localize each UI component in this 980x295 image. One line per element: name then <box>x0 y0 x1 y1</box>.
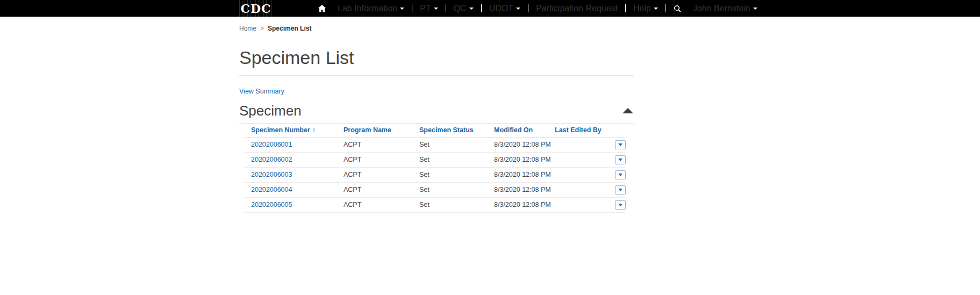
nav-user-menu[interactable]: John Bernstein <box>687 0 763 17</box>
specimen-number-link[interactable]: 20202006005 <box>251 201 292 208</box>
nav-separator <box>481 4 482 12</box>
column-header-program-name[interactable]: Program Name <box>344 126 419 134</box>
row-actions-dropdown-button[interactable] <box>615 200 626 210</box>
column-header-specimen-status[interactable]: Specimen Status <box>419 126 494 134</box>
sort-ascending-icon: ↑ <box>312 126 316 134</box>
row-actions-dropdown-button[interactable] <box>615 185 626 195</box>
nav-separator <box>446 4 446 12</box>
table-row: 20202006003 ACPT Set 8/3/2020 12:08 PM <box>245 168 625 183</box>
caret-down-icon <box>618 189 623 191</box>
breadcrumb-separator: > <box>260 25 264 32</box>
caret-down-icon <box>618 143 623 146</box>
nav-pt-label: PT <box>420 4 431 13</box>
nav-left-spacer <box>0 0 239 17</box>
breadcrumb: Home > Specimen List <box>239 17 634 32</box>
nav-search[interactable] <box>668 0 687 17</box>
specimen-number-link[interactable]: 20202006002 <box>251 156 292 163</box>
caret-down-icon <box>434 8 438 10</box>
row-actions-dropdown-button[interactable] <box>615 140 626 149</box>
nav-items: Lab Information PT QC UDOT Participation… <box>312 0 763 17</box>
specimen-section-header: Specimen <box>239 103 634 119</box>
nav-home[interactable] <box>312 0 332 17</box>
program-name-cell: ACPT <box>344 186 419 193</box>
table-header-row: Specimen Number↑ Program Name Specimen S… <box>245 124 625 138</box>
title-divider <box>239 75 634 76</box>
row-actions-dropdown-button[interactable] <box>615 170 626 179</box>
program-name-cell: ACPT <box>344 201 419 208</box>
specimen-table: Specimen Number↑ Program Name Specimen S… <box>245 124 625 213</box>
nav-separator <box>528 4 528 12</box>
modified-on-cell: 8/3/2020 12:08 PM <box>494 141 555 148</box>
nav-separator <box>412 4 412 12</box>
table-row: 20202006002 ACPT Set 8/3/2020 12:08 PM <box>245 153 625 168</box>
column-header-last-edited-by[interactable]: Last Edited By <box>555 126 615 134</box>
table-row: 20202006004 ACPT Set 8/3/2020 12:08 PM <box>245 183 625 198</box>
caret-down-icon <box>618 204 623 206</box>
caret-down-icon <box>753 8 757 10</box>
nav-help-label: Help <box>633 4 651 13</box>
nav-qc-label: QC <box>454 4 467 13</box>
column-header-modified-on[interactable]: Modified On <box>494 126 555 134</box>
nav-user-label: John Bernstein <box>693 4 750 13</box>
specimen-status-cell: Set <box>419 156 494 163</box>
caret-down-icon <box>516 8 520 10</box>
modified-on-cell: 8/3/2020 12:08 PM <box>494 201 555 208</box>
view-summary-link[interactable]: View Summary <box>239 88 284 95</box>
modified-on-cell: 8/3/2020 12:08 PM <box>494 171 555 178</box>
row-actions-dropdown-button[interactable] <box>615 155 626 164</box>
program-name-cell: ACPT <box>344 171 419 178</box>
home-icon <box>318 5 326 12</box>
nav-pt[interactable]: PT <box>414 0 443 17</box>
nav-lab-information-label: Lab Information <box>338 4 397 13</box>
specimen-status-cell: Set <box>419 201 494 208</box>
table-row: 20202006001 ACPT Set 8/3/2020 12:08 PM <box>245 138 625 153</box>
breadcrumb-home-link[interactable]: Home <box>239 25 256 32</box>
nav-lab-information[interactable]: Lab Information <box>332 0 410 17</box>
nav-udot[interactable]: UDOT <box>483 0 526 17</box>
collapse-section-icon[interactable] <box>623 108 633 113</box>
caret-down-icon <box>469 8 474 10</box>
column-header-specimen-number-label: Specimen Number <box>251 126 310 134</box>
caret-down-icon <box>654 8 658 10</box>
specimen-section-title: Specimen <box>239 103 302 119</box>
column-header-specimen-number[interactable]: Specimen Number↑ <box>251 126 344 134</box>
specimen-status-cell: Set <box>419 141 494 148</box>
modified-on-cell: 8/3/2020 12:08 PM <box>494 156 555 163</box>
table-row: 20202006005 ACPT Set 8/3/2020 12:08 PM <box>245 198 625 213</box>
nav-udot-label: UDOT <box>489 4 513 13</box>
nav-help[interactable]: Help <box>627 0 664 17</box>
breadcrumb-current: Specimen List <box>268 25 311 32</box>
main-content: Home > Specimen List Specimen List View … <box>239 17 634 213</box>
program-name-cell: ACPT <box>344 156 419 163</box>
caret-down-icon <box>618 159 623 161</box>
nav-participation-request[interactable]: Participation Request <box>530 0 624 17</box>
specimen-number-link[interactable]: 20202006001 <box>251 141 292 148</box>
nav-separator <box>666 4 666 12</box>
nav-participation-request-label: Participation Request <box>536 4 618 13</box>
nav-qc[interactable]: QC <box>448 0 480 17</box>
page-title: Specimen List <box>239 48 634 67</box>
cdc-logo[interactable]: CDC <box>239 0 274 17</box>
specimen-status-cell: Set <box>419 171 494 178</box>
caret-down-icon <box>618 174 623 176</box>
specimen-status-cell: Set <box>419 186 494 193</box>
search-icon <box>674 5 681 12</box>
nav-separator <box>625 4 626 12</box>
caret-down-icon <box>400 8 404 10</box>
program-name-cell: ACPT <box>344 141 419 148</box>
specimen-number-link[interactable]: 20202006004 <box>251 186 292 193</box>
specimen-number-link[interactable]: 20202006003 <box>251 171 292 178</box>
modified-on-cell: 8/3/2020 12:08 PM <box>494 186 555 193</box>
